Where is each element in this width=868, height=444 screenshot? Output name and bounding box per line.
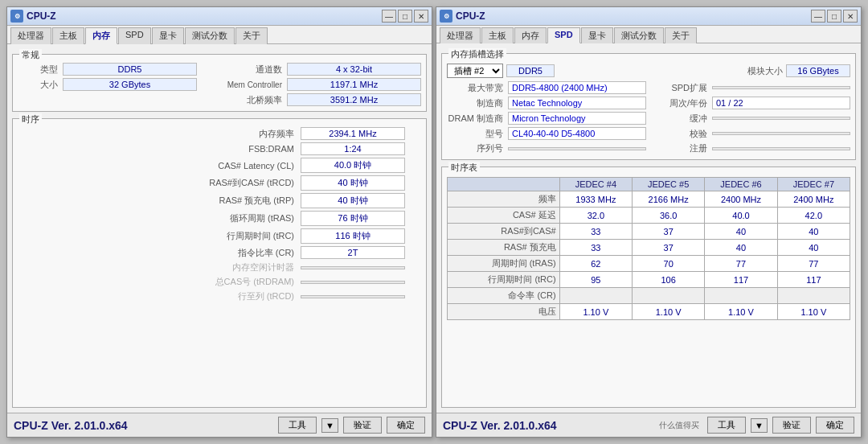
timing-cell-5-3: 117 — [777, 272, 850, 288]
left-tab-bench[interactable]: 测试分数 — [185, 27, 235, 44]
module-size-label: 模块大小 — [747, 65, 783, 77]
size-label: 大小 — [18, 79, 58, 91]
right-tab-bar: 处理器 主板 内存 SPD 显卡 测试分数 关于 — [436, 26, 861, 43]
timing-cell-6-1 — [633, 288, 705, 304]
right-tab-gpu[interactable]: 显卡 — [581, 27, 613, 43]
right-title-bar: ⚙ CPU-Z — □ ✕ — [436, 7, 861, 26]
timing-cell-1-1: 36.0 — [633, 208, 705, 224]
right-tab-about[interactable]: 关于 — [665, 27, 697, 43]
right-tools-button[interactable]: 工具 — [707, 417, 746, 434]
left-tools-button[interactable]: 工具 — [278, 417, 317, 434]
timing-cell-5-0: 95 — [559, 272, 632, 288]
right-minimize-button[interactable]: — — [811, 10, 825, 23]
left-tools-arrow[interactable]: ▼ — [321, 418, 338, 433]
trc-value: 116 时钟 — [301, 228, 405, 244]
left-tab-about[interactable]: 关于 — [235, 27, 268, 44]
buffer-value — [712, 117, 850, 120]
left-normal-group: 常规 类型 DDR5 通道数 4 x 32-bit 大小 32 GBytes M… — [12, 54, 427, 112]
left-tab-gpu[interactable]: 显卡 — [152, 27, 184, 44]
type-label: 类型 — [18, 64, 58, 76]
dram-mfr-label: DRAM 制造商 — [447, 113, 503, 125]
timing-cell-2-3: 40 — [777, 224, 850, 240]
right-maximize-button[interactable]: □ — [827, 10, 841, 23]
timing-cell-0-0: 1933 MHz — [559, 191, 632, 208]
idle-timer-value — [301, 266, 405, 269]
right-tools-arrow[interactable]: ▼ — [751, 418, 768, 433]
timing-row-4: 周期时间 (tRAS)62707777 — [448, 256, 850, 272]
cr-label: 指令比率 (CR) — [50, 247, 294, 259]
right-timing-label: 时序表 — [448, 162, 480, 174]
type-value: DDR5 — [63, 63, 197, 76]
timing-row-label-5: 行周期时间 (tRC) — [448, 272, 560, 288]
right-tab-mainboard[interactable]: 主板 — [481, 27, 514, 43]
timing-cell-6-3 — [777, 288, 850, 304]
left-maximize-button[interactable]: □ — [398, 10, 412, 23]
slot-select[interactable]: 插槽 #2 — [447, 64, 503, 78]
left-window: ⚙ CPU-Z — □ ✕ 处理器 主板 内存 SPD 显卡 测试分数 关于 常… — [6, 6, 432, 438]
right-version: CPU-Z Ver. 2.01.0.x64 — [443, 419, 654, 432]
module-size-value: 16 GBytes — [786, 64, 850, 77]
week-year-label: 周次/年份 — [651, 97, 707, 109]
right-slot-group: 内存插槽选择 插槽 #2 DDR5 模块大小 16 GBytes 最大带宽 DD… — [441, 53, 856, 160]
nb-freq-value: 3591.2 MHz — [287, 93, 421, 106]
cr-value: 2T — [301, 246, 405, 259]
left-tab-spd[interactable]: SPD — [118, 27, 151, 44]
left-tab-mainboard[interactable]: 主板 — [52, 27, 84, 44]
left-tab-memory[interactable]: 内存 — [85, 27, 117, 44]
serial-label: 序列号 — [447, 142, 503, 154]
row-col-label: 行至列 (tRCD) — [50, 290, 294, 302]
right-ok-button[interactable]: 确定 — [816, 417, 854, 434]
timing-row-label-2: RAS#到CAS# — [448, 224, 560, 240]
right-tab-memory[interactable]: 内存 — [514, 27, 547, 43]
right-app-icon: ⚙ — [440, 10, 452, 23]
right-tab-bench[interactable]: 测试分数 — [614, 27, 664, 43]
timing-cell-1-0: 32.0 — [559, 208, 632, 224]
left-close-button[interactable]: ✕ — [414, 10, 428, 23]
row-col-value — [301, 295, 405, 298]
timing-row-label-4: 周期时间 (tRAS) — [448, 256, 560, 272]
buffer-label: 缓冲 — [651, 113, 707, 125]
th-jedec6: JEDEC #6 — [705, 178, 777, 191]
timing-row-label-6: 命令率 (CR) — [448, 288, 560, 304]
model-label: 型号 — [447, 128, 503, 140]
right-verify-button[interactable]: 验证 — [772, 417, 811, 434]
timing-cell-0-3: 2400 MHz — [777, 191, 850, 208]
left-title-bar: ⚙ CPU-Z — □ ✕ — [7, 7, 432, 26]
mem-freq-label: 内存频率 — [50, 128, 294, 140]
channels-label: 通道数 — [202, 64, 282, 76]
right-content: 内存插槽选择 插槽 #2 DDR5 模块大小 16 GBytes 最大带宽 DD… — [436, 43, 861, 413]
trdram-value — [301, 281, 405, 284]
slot-row: 插槽 #2 DDR5 模块大小 16 GBytes — [447, 64, 850, 78]
timing-cell-3-3: 40 — [777, 240, 850, 256]
left-verify-button[interactable]: 验证 — [343, 417, 382, 434]
left-tab-cpu[interactable]: 处理器 — [10, 27, 51, 44]
right-tab-cpu[interactable]: 处理器 — [440, 27, 481, 43]
timing-cell-5-1: 106 — [633, 272, 705, 288]
left-ok-button[interactable]: 确定 — [387, 417, 425, 434]
right-footer: CPU-Z Ver. 2.01.0.x64 什么值得买 工具 ▼ 验证 确定 — [436, 413, 861, 437]
cas-value: 40.0 时钟 — [301, 158, 405, 173]
right-close-button[interactable]: ✕ — [843, 10, 858, 23]
timing-row-0: 频率1933 MHz2166 MHz2400 MHz2400 MHz — [448, 191, 850, 208]
timing-row-5: 行周期时间 (tRC)95106117117 — [448, 272, 850, 288]
dram-mfr-value: Micron Technology — [508, 112, 646, 125]
timing-table: JEDEC #4 JEDEC #5 JEDEC #6 JEDEC #7 频率19… — [447, 177, 850, 320]
timing-cell-5-2: 117 — [705, 272, 777, 288]
fsb-label: FSB:DRAM — [50, 144, 294, 154]
timing-cell-6-2 — [705, 288, 777, 304]
week-year-value: 01 / 22 — [712, 97, 850, 109]
left-minimize-button[interactable]: — — [382, 10, 396, 23]
timing-cell-2-1: 37 — [633, 224, 705, 240]
mem-ctrl-value: 1197.1 MHz — [287, 78, 421, 91]
timing-row-1: CAS# 延迟32.036.040.042.0 — [448, 208, 850, 224]
mfr-value: Netac Technology — [508, 97, 646, 109]
trcd-label: RAS#到CAS# (tRCD) — [50, 177, 294, 189]
tras-value: 76 时钟 — [301, 211, 405, 226]
note-label: 注册 — [651, 142, 707, 154]
nb-freq-label: 北桥频率 — [202, 94, 282, 106]
timing-cell-0-1: 2166 MHz — [633, 191, 705, 208]
timing-row-2: RAS#到CAS#33374040 — [448, 224, 850, 240]
left-footer: CPU-Z Ver. 2.01.0.x64 工具 ▼ 验证 确定 — [7, 413, 432, 437]
right-title: CPU-Z — [456, 10, 808, 22]
right-tab-spd[interactable]: SPD — [547, 27, 580, 43]
